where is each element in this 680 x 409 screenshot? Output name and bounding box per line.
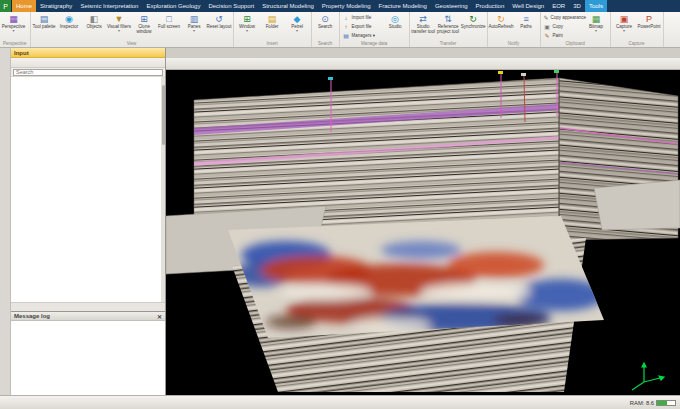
button-perspective[interactable]: ▦Perspective▾ [1, 13, 26, 34]
button-reference-project-tool[interactable]: ⇅Reference project tool [436, 13, 461, 34]
button-clone-window[interactable]: ⊞Clone window [132, 13, 157, 34]
button-label: Export file [352, 24, 372, 29]
ribbon-group-clipboard: ✎Copy appearance▣Copy✎Paint▦Bitmap▾Clipb… [541, 12, 611, 47]
chevron-down-icon: ▾ [118, 29, 120, 34]
button-label: Paint [553, 33, 563, 38]
perspective-icon: ▦ [9, 14, 18, 24]
button-label: Clone window [132, 24, 157, 34]
clone-window-icon: ⊞ [140, 14, 148, 24]
sync-icon: ↻ [469, 14, 477, 24]
time-slice-plane-right[interactable] [594, 180, 680, 230]
panes-icon: ▥ [190, 14, 199, 24]
button-reset-layout[interactable]: ↺Reset layout [207, 13, 232, 29]
export-icon: ↑ [343, 24, 350, 30]
ribbon-group-label: Notify [489, 40, 539, 47]
input-tree [11, 77, 165, 302]
ribbon-group-transfer: ⇄Studio transfer tool⇅Reference project … [410, 12, 488, 47]
message-log-title: Message log [14, 313, 50, 319]
button-full-screen[interactable]: □Full screen [157, 13, 182, 29]
seismic-3d-canvas[interactable] [166, 70, 680, 395]
objects-icon: ◧ [90, 14, 99, 24]
ribbon-tab-eor[interactable]: EOR [548, 0, 569, 12]
button-visual-filters[interactable]: ▼Visual filters▾ [107, 13, 132, 34]
ribbon-tab-structural-modeling[interactable]: Structural Modeling [258, 0, 318, 12]
ribbon-tab-fracture-modeling[interactable]: Fracture Modeling [375, 0, 431, 12]
chevron-down-icon: ▾ [193, 29, 195, 34]
button-window[interactable]: ⊞Window▾ [235, 13, 260, 34]
button-label: Copy appearance [551, 15, 587, 20]
button-label: Studio transfer tool [411, 24, 436, 34]
chevron-down-icon: ▾ [246, 29, 248, 34]
tree-scrollbar-thumb[interactable] [162, 85, 165, 145]
message-log-caption: Message log ✕ [11, 312, 165, 321]
button-panes[interactable]: ▥Panes▾ [182, 13, 207, 34]
button-folder[interactable]: ▤Folder [260, 13, 285, 29]
viewport-tab-bar [166, 48, 680, 58]
ribbon-tab-exploration-geology[interactable]: Exploration Geology [142, 0, 204, 12]
ribbon-tab-3d[interactable]: 3D [569, 0, 585, 12]
inspector-icon: ◉ [65, 14, 73, 24]
button-autorefresh[interactable]: ↻AutoRefresh [489, 13, 514, 29]
button-paint[interactable]: ✎Paint [542, 31, 584, 40]
button-synchronize[interactable]: ↻Synchronize [461, 13, 486, 29]
button-label: Copy [553, 24, 564, 29]
button-bitmap[interactable]: ▦Bitmap▾ [584, 13, 609, 34]
copy-app-icon: ✎ [544, 14, 549, 21]
button-copy-appearance[interactable]: ✎Copy appearance [542, 13, 584, 22]
seismic-3d-scene[interactable] [166, 70, 680, 395]
reset-layout-icon: ↺ [215, 14, 223, 24]
ribbon-group-label: Clipboard [542, 40, 609, 47]
ribbon-tab-property-modeling[interactable]: Property Modeling [318, 0, 375, 12]
button-export-file[interactable]: ↑Export file [341, 22, 383, 31]
ribbon-tab-tools[interactable]: Tools [585, 0, 607, 12]
button-label: Full screen [158, 24, 180, 29]
ribbon-tab-stratigraphy[interactable]: Stratigraphy [36, 0, 76, 12]
transfer-icon: ⇄ [419, 14, 427, 24]
ribbon-tab-seismic-interpretation[interactable]: Seismic Interpretation [76, 0, 142, 12]
ribbon-tab-decision-support[interactable]: Decision Support [204, 0, 258, 12]
axis-triad-icon [632, 363, 664, 390]
search-input[interactable] [13, 69, 163, 76]
button-petrel[interactable]: ◆Petrel▾ [285, 13, 310, 34]
chevron-down-icon: ▾ [595, 29, 597, 34]
chevron-down-icon: ▾ [296, 29, 298, 34]
chevron-down-icon: ▾ [12, 29, 14, 34]
ribbon-group-label: Search [313, 40, 338, 47]
button-copy[interactable]: ▣Copy [542, 22, 584, 31]
viewport [166, 48, 680, 395]
close-icon[interactable]: ✕ [157, 313, 162, 320]
input-panel-toolbar [11, 58, 165, 68]
button-label: Import file [352, 15, 372, 20]
button-label: PowerPoint [638, 24, 661, 29]
button-paths[interactable]: ≡Paths [514, 13, 539, 29]
ribbon-group-perspective: ▦Perspective▾Perspective [0, 12, 31, 47]
tree-scrollbar[interactable] [161, 77, 165, 302]
ribbon-tab-geosteering[interactable]: Geosteering [431, 0, 472, 12]
button-objects[interactable]: ◧Objects [82, 13, 107, 29]
ribbon-tab-home[interactable]: Home [12, 0, 36, 12]
button-label: Tool palette [33, 24, 56, 29]
bitmap-icon: ▦ [592, 14, 601, 24]
button-managers[interactable]: ▤Managers ▾ [341, 31, 383, 40]
button-powerpoint[interactable]: PPowerPoint [637, 13, 662, 29]
panel-tabs [11, 302, 165, 311]
import-icon: ↓ [343, 15, 350, 21]
button-label: Inspector [60, 24, 79, 29]
button-import-file[interactable]: ↓Import file [341, 13, 383, 22]
search-icon: ⊙ [321, 14, 329, 24]
ribbon-tab-well-design[interactable]: Well Design [508, 0, 548, 12]
button-search[interactable]: ⊙Search [313, 13, 338, 29]
ribbon-tab-production[interactable]: Production [472, 0, 509, 12]
folder-icon: ▤ [268, 14, 277, 24]
ribbon-tab-bar: P HomeStratigraphySeismic Interpretation… [0, 0, 680, 12]
petrel-logo[interactable]: P [0, 0, 12, 12]
button-capture[interactable]: ▣Capture▾ [612, 13, 637, 34]
full-screen-icon: □ [166, 14, 171, 24]
input-panel: Input Message log ✕ [11, 48, 166, 395]
ribbon-group-label: Manage data [341, 40, 408, 47]
button-inspector[interactable]: ◉Inspector [57, 13, 82, 29]
ribbon-group-manage-data: ↓Import file↑Export file▤Managers ▾◎Stud… [340, 12, 410, 47]
button-studio-transfer-tool[interactable]: ⇄Studio transfer tool [411, 13, 436, 34]
button-tool-palette[interactable]: ▤Tool palette [32, 13, 57, 29]
button-studio[interactable]: ◎Studio [383, 13, 408, 29]
